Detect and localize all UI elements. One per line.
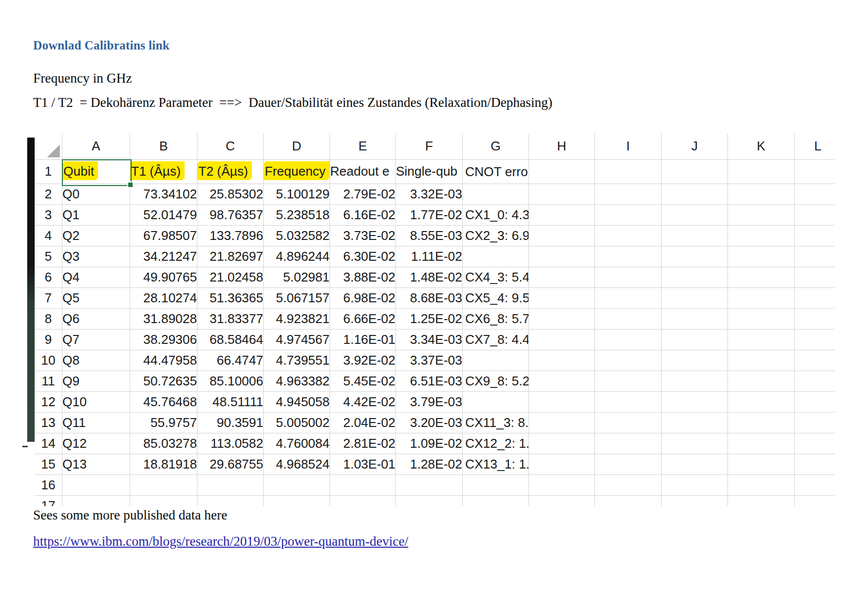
- cell-qubit[interactable]: Q10: [62, 391, 130, 412]
- cell-qubit[interactable]: Q7: [62, 329, 130, 350]
- empty-cell[interactable]: [795, 412, 835, 433]
- empty-cell[interactable]: [728, 246, 795, 267]
- empty-cell[interactable]: [595, 267, 662, 287]
- empty-cell[interactable]: [463, 495, 529, 506]
- empty-cell[interactable]: [197, 495, 264, 506]
- cell-qubit[interactable]: Q9: [62, 371, 130, 391]
- empty-cell[interactable]: [529, 412, 595, 433]
- column-header-k[interactable]: K: [728, 134, 795, 159]
- column-header-j[interactable]: J: [662, 134, 728, 159]
- cell-frequency[interactable]: 5.02981: [264, 267, 330, 287]
- empty-cell[interactable]: [728, 204, 795, 225]
- empty-cell[interactable]: [595, 225, 662, 246]
- empty-cell[interactable]: [795, 159, 835, 184]
- cell-single_qubit_error[interactable]: 3.79E-03: [396, 391, 463, 412]
- empty-cell[interactable]: [529, 204, 595, 225]
- cell-readout_error[interactable]: 6.16E-02: [330, 204, 396, 225]
- empty-cell[interactable]: [595, 371, 662, 391]
- empty-cell[interactable]: [130, 474, 197, 495]
- empty-cell[interactable]: [595, 159, 662, 184]
- header-cell[interactable]: T2 (Âµs): [197, 159, 264, 184]
- cell-readout_error[interactable]: 2.04E-02: [330, 412, 396, 433]
- empty-cell[interactable]: [662, 350, 728, 371]
- cell-t1[interactable]: 31.89028: [130, 308, 197, 329]
- empty-cell[interactable]: [662, 474, 728, 495]
- empty-cell[interactable]: [728, 159, 795, 184]
- cell-frequency[interactable]: 4.739551: [264, 350, 330, 371]
- cell-frequency[interactable]: 4.968524: [264, 454, 330, 474]
- cell-cnot_error_rate[interactable]: CX7_8: 4.418e-2: [463, 329, 529, 350]
- empty-cell[interactable]: [595, 350, 662, 371]
- empty-cell[interactable]: [728, 474, 795, 495]
- cell-t1[interactable]: 73.34102: [130, 184, 197, 204]
- empty-cell[interactable]: [529, 474, 595, 495]
- empty-cell[interactable]: [795, 246, 835, 267]
- empty-cell[interactable]: [662, 495, 728, 506]
- empty-cell[interactable]: [529, 246, 595, 267]
- cell-frequency[interactable]: 4.896244: [264, 246, 330, 267]
- empty-cell[interactable]: [795, 433, 835, 454]
- cell-t1[interactable]: 85.03278: [130, 433, 197, 454]
- empty-cell[interactable]: [529, 184, 595, 204]
- cell-single_qubit_error[interactable]: 3.34E-03: [396, 329, 463, 350]
- cell-qubit[interactable]: Q4: [62, 267, 130, 287]
- empty-cell[interactable]: [264, 495, 330, 506]
- cell-frequency[interactable]: 5.100129: [264, 184, 330, 204]
- empty-cell[interactable]: [728, 350, 795, 371]
- header-cell[interactable]: Qubit: [62, 159, 130, 184]
- cell-t1[interactable]: 55.9757: [130, 412, 197, 433]
- cell-t1[interactable]: 49.90765: [130, 267, 197, 287]
- row-number[interactable]: 2: [35, 184, 62, 204]
- empty-cell[interactable]: [728, 433, 795, 454]
- empty-cell[interactable]: [662, 391, 728, 412]
- cell-cnot_error_rate[interactable]: [463, 184, 529, 204]
- row-number[interactable]: 8: [35, 308, 62, 329]
- column-header-c[interactable]: C: [197, 134, 264, 159]
- cell-readout_error[interactable]: 3.92E-02: [330, 350, 396, 371]
- empty-cell[interactable]: [330, 495, 396, 506]
- cell-single_qubit_error[interactable]: 3.32E-03: [396, 184, 463, 204]
- cell-t1[interactable]: 67.98507: [130, 225, 197, 246]
- cell-t2[interactable]: 85.10006: [197, 371, 264, 391]
- cell-qubit[interactable]: Q12: [62, 433, 130, 454]
- cell-cnot_error_rate[interactable]: CX2_3: 6.909e-2: [463, 225, 529, 246]
- empty-cell[interactable]: [795, 287, 835, 308]
- cell-readout_error[interactable]: 6.66E-02: [330, 308, 396, 329]
- empty-cell[interactable]: [595, 412, 662, 433]
- cell-qubit[interactable]: Q6: [62, 308, 130, 329]
- header-cell[interactable]: Frequency: [264, 159, 330, 184]
- cell-single_qubit_error[interactable]: 1.48E-02: [396, 267, 463, 287]
- cell-frequency[interactable]: 4.923821: [264, 308, 330, 329]
- cell-t2[interactable]: 90.3591: [197, 412, 264, 433]
- select-all-corner[interactable]: [35, 134, 62, 159]
- empty-cell[interactable]: [595, 433, 662, 454]
- cell-cnot_error_rate[interactable]: CX11_3: 8.507e-2, CX11_10: 6.993e-2, CX1…: [463, 412, 529, 433]
- column-header-l[interactable]: L: [795, 134, 835, 159]
- cell-readout_error[interactable]: 6.98E-02: [330, 287, 396, 308]
- cell-t1[interactable]: 38.29306: [130, 329, 197, 350]
- cell-t1[interactable]: 28.10274: [130, 287, 197, 308]
- cell-single_qubit_error[interactable]: 8.68E-03: [396, 287, 463, 308]
- cell-cnot_error_rate[interactable]: CX9_8: 5.252e-2, CX9_10: 4.765e-2: [463, 371, 529, 391]
- cell-frequency[interactable]: 4.974567: [264, 329, 330, 350]
- empty-cell[interactable]: [662, 267, 728, 287]
- empty-cell[interactable]: [595, 246, 662, 267]
- cell-t2[interactable]: 133.7896: [197, 225, 264, 246]
- cell-cnot_error_rate[interactable]: [463, 350, 529, 371]
- row-number[interactable]: 17: [35, 495, 62, 506]
- column-header-g[interactable]: G: [463, 134, 529, 159]
- cell-t1[interactable]: 34.21247: [130, 246, 197, 267]
- cell-readout_error[interactable]: 3.88E-02: [330, 267, 396, 287]
- empty-cell[interactable]: [795, 391, 835, 412]
- cell-frequency[interactable]: 5.238518: [264, 204, 330, 225]
- empty-cell[interactable]: [728, 225, 795, 246]
- calibrations-link-heading[interactable]: Downlad Calibratins link: [33, 39, 170, 52]
- column-header-i[interactable]: I: [595, 134, 662, 159]
- ibm-blog-link[interactable]: https://www.ibm.com/blogs/research/2019/…: [33, 534, 408, 549]
- empty-cell[interactable]: [396, 495, 463, 506]
- empty-cell[interactable]: [396, 474, 463, 495]
- row-number[interactable]: 6: [35, 267, 62, 287]
- cell-frequency[interactable]: 4.945058: [264, 391, 330, 412]
- row-number[interactable]: 9: [35, 329, 62, 350]
- row-number[interactable]: 5: [35, 246, 62, 267]
